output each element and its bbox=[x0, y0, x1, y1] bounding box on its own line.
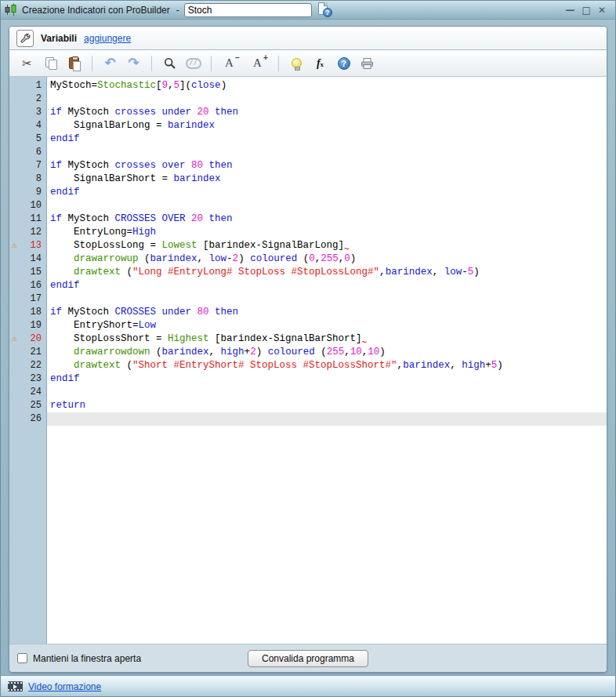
code-line[interactable]: drawtext ("Short #EntryShort# StopLoss #… bbox=[47, 359, 607, 372]
copy-icon bbox=[45, 57, 56, 69]
line-number: 17 bbox=[9, 292, 46, 306]
line-number: 21 bbox=[9, 346, 46, 359]
paste-icon bbox=[69, 57, 79, 69]
help-button[interactable]: ? bbox=[334, 53, 353, 73]
probuilder-window: Creazione Indicatori con ProBuilder - ? … bbox=[0, 0, 616, 697]
code-line[interactable]: if MyStoch CROSSES OVER 20 then bbox=[47, 212, 607, 226]
copy-button[interactable] bbox=[41, 53, 60, 73]
code-editor[interactable]: 123456789101112⚠13141516171819⚠202122232… bbox=[9, 77, 607, 644]
cut-button[interactable]: ✂ bbox=[17, 53, 37, 73]
code-line[interactable]: if MyStoch crosses over 80 then bbox=[47, 159, 607, 172]
font-increase-button[interactable]: A+ bbox=[248, 53, 267, 73]
keep-open-checkbox[interactable] bbox=[17, 653, 27, 663]
code-line[interactable]: endif bbox=[47, 133, 607, 146]
undo-icon: ↶ bbox=[104, 56, 115, 70]
video-training-link[interactable]: Video formazione bbox=[28, 681, 101, 692]
code-line[interactable]: return bbox=[47, 399, 607, 412]
code-line[interactable]: endif bbox=[47, 279, 607, 292]
code-line[interactable]: StopLossLong = Lowest [barindex-SignalBa… bbox=[47, 239, 607, 252]
code-line[interactable]: MyStoch=Stochastic[9,5](close) bbox=[47, 79, 607, 93]
line-number: 10 bbox=[9, 199, 46, 212]
hint-button[interactable] bbox=[287, 53, 306, 73]
add-variable-link[interactable]: aggiungere bbox=[84, 33, 131, 44]
line-number: 23 bbox=[9, 372, 46, 386]
comment-button[interactable]: // bbox=[183, 53, 203, 73]
code-line[interactable]: drawtext ("Long #EntryLong# StopLoss #St… bbox=[47, 266, 607, 279]
minimize-icon[interactable]: — bbox=[566, 5, 575, 15]
question-icon: ? bbox=[338, 57, 350, 70]
window-body: Variabili aggiungere ✂ ↶ ↷ // bbox=[1, 20, 615, 676]
warning-icon: ⚠ bbox=[12, 333, 17, 345]
candlestick-logo-icon bbox=[5, 3, 17, 16]
code-line[interactable]: StopLossShort = Highest [barindex-Signal… bbox=[47, 332, 607, 346]
line-number: 4 bbox=[9, 119, 46, 133]
code-line[interactable]: SignalBarLong = barindex bbox=[47, 119, 607, 133]
wrench-icon bbox=[20, 33, 31, 44]
code-line[interactable]: endif bbox=[47, 186, 607, 199]
toolbar: ✂ ↶ ↷ // A− A+ bbox=[9, 50, 607, 77]
lightbulb-icon bbox=[292, 58, 302, 68]
line-number: 14 bbox=[9, 252, 46, 266]
line-number: 25 bbox=[9, 399, 46, 412]
code-line[interactable]: SignalBarShort = barindex bbox=[47, 172, 607, 186]
line-number: 2 bbox=[9, 93, 46, 106]
validate-program-button[interactable]: Convalida programma bbox=[248, 650, 368, 667]
code-lines[interactable]: MyStoch=Stochastic[9,5](close)if MyStoch… bbox=[47, 77, 607, 644]
line-number: 26 bbox=[9, 412, 46, 426]
line-number: 5 bbox=[9, 133, 46, 146]
redo-button[interactable]: ↷ bbox=[124, 53, 143, 73]
print-button[interactable] bbox=[357, 53, 377, 73]
line-number: 24 bbox=[9, 386, 46, 399]
title-separator: - bbox=[176, 5, 179, 16]
code-line[interactable] bbox=[47, 412, 607, 426]
code-line[interactable] bbox=[47, 93, 607, 106]
editor-panel: Variabili aggiungere ✂ ↶ ↷ // bbox=[9, 26, 607, 673]
code-line[interactable]: drawarrowup (barindex, low-2) coloured (… bbox=[47, 252, 607, 266]
font-decrease-button[interactable]: A− bbox=[219, 53, 239, 73]
code-line[interactable]: if MyStoch CROSSES under 80 then bbox=[47, 306, 607, 319]
line-number: 8 bbox=[9, 172, 46, 186]
code-line[interactable]: EntryLong=High bbox=[47, 226, 607, 239]
error-squiggle: ~ bbox=[344, 243, 350, 256]
code-line[interactable] bbox=[47, 386, 607, 399]
line-number: 9 bbox=[9, 186, 46, 199]
printer-icon bbox=[361, 57, 374, 70]
code-line[interactable] bbox=[47, 292, 607, 306]
line-number: 19 bbox=[9, 319, 46, 332]
bottom-bar: Mantieni la finestra aperta Convalida pr… bbox=[9, 644, 607, 672]
font-decrease-icon: A− bbox=[225, 56, 234, 70]
cut-icon: ✂ bbox=[22, 56, 32, 71]
line-number: 3 bbox=[9, 106, 46, 119]
variables-button[interactable] bbox=[16, 30, 34, 47]
variables-label: Variabili bbox=[41, 33, 77, 44]
help-document-icon[interactable]: ? bbox=[318, 2, 332, 17]
indicator-name-input[interactable] bbox=[184, 3, 312, 17]
comment-icon: // bbox=[186, 58, 201, 69]
keep-open-label: Mantieni la finestra aperta bbox=[33, 653, 141, 664]
redo-icon: ↷ bbox=[128, 56, 139, 70]
search-button[interactable] bbox=[160, 53, 179, 73]
error-squiggle: ~ bbox=[362, 336, 368, 350]
undo-button[interactable]: ↶ bbox=[100, 53, 120, 73]
code-line[interactable]: endif bbox=[47, 372, 607, 386]
code-line[interactable]: drawarrowdown (barindex, high+2) coloure… bbox=[47, 346, 607, 359]
maximize-icon[interactable]: □ bbox=[582, 5, 591, 15]
code-line[interactable]: EntryShort=Low bbox=[47, 319, 607, 332]
line-number: ⚠13 bbox=[9, 239, 46, 252]
warning-icon: ⚠ bbox=[12, 240, 17, 252]
search-icon bbox=[164, 57, 176, 70]
gutter: 123456789101112⚠13141516171819⚠202122232… bbox=[9, 77, 47, 644]
variables-bar: Variabili aggiungere bbox=[9, 27, 607, 50]
status-footer: Video formazione bbox=[1, 676, 615, 696]
line-number: 7 bbox=[9, 159, 46, 172]
line-number: 11 bbox=[9, 212, 46, 226]
close-icon[interactable]: ✕ bbox=[598, 5, 606, 15]
code-line[interactable] bbox=[47, 146, 607, 159]
functions-button[interactable]: fx bbox=[310, 53, 330, 73]
code-line[interactable]: if MyStoch crosses under 20 then bbox=[47, 106, 607, 119]
paste-button[interactable] bbox=[64, 53, 84, 73]
titlebar: Creazione Indicatori con ProBuilder - ? … bbox=[1, 1, 615, 20]
line-number: 15 bbox=[9, 266, 46, 279]
code-line[interactable] bbox=[47, 199, 607, 212]
line-number: 12 bbox=[9, 226, 46, 239]
